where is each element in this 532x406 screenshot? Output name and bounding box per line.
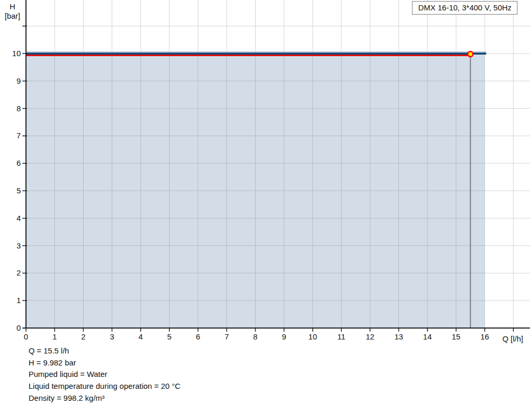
y-axis-title: H [bar] bbox=[0, 2, 25, 21]
y-tick-label: 1 bbox=[17, 296, 21, 305]
info-line-flow: Q = 15.5 l/h bbox=[29, 345, 180, 357]
x-tick-label: 14 bbox=[423, 332, 432, 341]
y-axis-title-symbol: H bbox=[0, 2, 25, 11]
x-tick-label: 13 bbox=[394, 332, 403, 341]
pump-curve-chart: 012345678910111213141516012345678910 H [… bbox=[0, 0, 532, 406]
y-tick-label: 7 bbox=[17, 131, 21, 140]
x-tick-label: 1 bbox=[52, 332, 57, 341]
y-tick-label: 6 bbox=[17, 159, 21, 167]
legend-label: DMX 16-10, 3*400 V, 50Hz bbox=[418, 3, 512, 12]
info-line-liquid: Pumped liquid = Water bbox=[29, 369, 180, 381]
x-tick-label: 15 bbox=[452, 332, 461, 341]
plot-svg: 012345678910111213141516012345678910 bbox=[0, 0, 532, 344]
x-tick-label: 16 bbox=[481, 332, 489, 341]
x-tick-label: 3 bbox=[110, 332, 114, 341]
x-tick-label: 2 bbox=[81, 332, 85, 341]
info-line-temperature: Liquid temperature during operation = 20… bbox=[29, 381, 180, 392]
x-axis-title: Q [l/h] bbox=[502, 334, 523, 343]
y-tick-label: 3 bbox=[17, 241, 21, 250]
y-tick-label: 0 bbox=[17, 323, 21, 332]
x-tick-label: 6 bbox=[196, 332, 200, 341]
x-tick-label: 9 bbox=[282, 332, 286, 341]
x-tick-label: 5 bbox=[167, 332, 171, 341]
y-tick-label: 9 bbox=[17, 76, 21, 85]
x-tick-label: 12 bbox=[366, 332, 375, 341]
y-tick-label: 10 bbox=[12, 49, 21, 58]
x-tick-label: 7 bbox=[224, 332, 229, 341]
y-axis-title-unit: [bar] bbox=[0, 11, 25, 21]
y-tick-label: 8 bbox=[17, 104, 21, 113]
x-tick-label: 8 bbox=[253, 332, 257, 341]
info-line-head: H = 9.982 bar bbox=[29, 357, 180, 369]
info-line-density: Density = 998.2 kg/m³ bbox=[29, 392, 180, 404]
y-tick-label: 5 bbox=[17, 186, 21, 195]
x-tick-label: 10 bbox=[309, 332, 317, 341]
y-tick-label: 4 bbox=[17, 214, 21, 222]
x-tick-label: 4 bbox=[139, 332, 143, 341]
x-tick-label: 11 bbox=[337, 332, 345, 341]
y-tick-label: 2 bbox=[17, 268, 21, 277]
legend-box: DMX 16-10, 3*400 V, 50Hz bbox=[412, 1, 517, 15]
duty-info-block: Q = 15.5 l/h H = 9.982 bar Pumped liquid… bbox=[29, 345, 180, 404]
x-tick-label: 0 bbox=[24, 332, 28, 341]
duty-point-marker bbox=[468, 51, 473, 57]
